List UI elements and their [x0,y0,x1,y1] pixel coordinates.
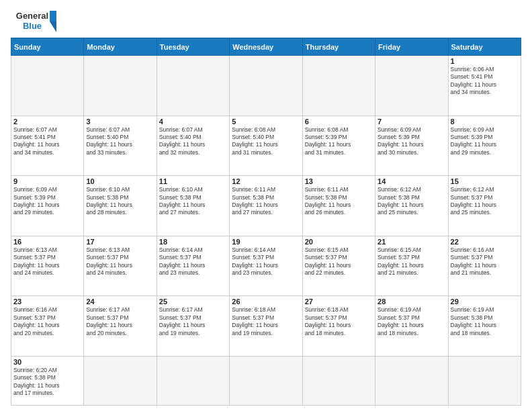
day-number: 26 [232,298,300,306]
day-info: Sunrise: 6:09 AM Sunset: 5:39 PM Dayligh… [451,126,519,157]
day-number: 13 [305,177,373,185]
calendar-week-2: 2Sunrise: 6:07 AM Sunset: 5:41 PM Daylig… [11,116,521,176]
day-number: 11 [159,177,227,185]
day-number: 5 [232,118,300,126]
calendar-cell: 22Sunrise: 6:16 AM Sunset: 5:37 PM Dayli… [448,236,521,296]
calendar-cell [375,56,448,116]
day-info: Sunrise: 6:08 AM Sunset: 5:39 PM Dayligh… [305,126,373,157]
calendar-cell: 2Sunrise: 6:07 AM Sunset: 5:41 PM Daylig… [11,116,84,176]
weekday-col-friday: Friday [375,38,448,56]
day-info: Sunrise: 6:17 AM Sunset: 5:37 PM Dayligh… [86,306,154,337]
day-number: 23 [13,298,81,306]
calendar-cell [84,356,157,405]
calendar-cell [375,356,448,405]
calendar-cell: 18Sunrise: 6:14 AM Sunset: 5:37 PM Dayli… [157,236,229,296]
day-info: Sunrise: 6:11 AM Sunset: 5:38 PM Dayligh… [305,186,373,217]
svg-text:Blue: Blue [23,21,42,31]
calendar-cell: 19Sunrise: 6:14 AM Sunset: 5:37 PM Dayli… [230,236,302,296]
calendar-cell: 26Sunrise: 6:18 AM Sunset: 5:37 PM Dayli… [230,296,302,357]
weekday-col-saturday: Saturday [448,38,521,56]
weekday-col-monday: Monday [84,38,157,56]
day-info: Sunrise: 6:15 AM Sunset: 5:37 PM Dayligh… [378,246,445,277]
calendar-cell [230,56,302,116]
calendar-cell: 6Sunrise: 6:08 AM Sunset: 5:39 PM Daylig… [302,116,375,176]
calendar-cell [11,56,84,116]
calendar-cell: 30Sunrise: 6:20 AM Sunset: 5:38 PM Dayli… [11,356,84,405]
day-info: Sunrise: 6:15 AM Sunset: 5:37 PM Dayligh… [305,246,373,277]
day-number: 19 [232,238,300,246]
day-number: 8 [451,118,519,126]
day-info: Sunrise: 6:12 AM Sunset: 5:37 PM Dayligh… [451,186,519,217]
day-info: Sunrise: 6:09 AM Sunset: 5:39 PM Dayligh… [378,126,445,157]
day-number: 18 [159,238,227,246]
calendar-cell: 27Sunrise: 6:18 AM Sunset: 5:37 PM Dayli… [302,296,375,357]
day-number: 14 [378,177,445,185]
calendar-cell: 12Sunrise: 6:11 AM Sunset: 5:38 PM Dayli… [230,176,302,236]
weekday-col-thursday: Thursday [302,38,375,56]
day-info: Sunrise: 6:18 AM Sunset: 5:37 PM Dayligh… [305,306,373,337]
day-number: 22 [451,238,519,246]
calendar-week-6: 30Sunrise: 6:20 AM Sunset: 5:38 PM Dayli… [11,356,521,405]
day-info: Sunrise: 6:14 AM Sunset: 5:37 PM Dayligh… [159,246,227,277]
day-info: Sunrise: 6:13 AM Sunset: 5:37 PM Dayligh… [86,246,154,277]
weekday-col-tuesday: Tuesday [157,38,229,56]
calendar-cell [84,56,157,116]
calendar-cell: 14Sunrise: 6:12 AM Sunset: 5:38 PM Dayli… [375,176,448,236]
calendar-cell: 4Sunrise: 6:07 AM Sunset: 5:40 PM Daylig… [157,116,229,176]
day-info: Sunrise: 6:08 AM Sunset: 5:40 PM Dayligh… [232,126,300,157]
calendar-cell: 11Sunrise: 6:10 AM Sunset: 5:38 PM Dayli… [157,176,229,236]
calendar-cell: 13Sunrise: 6:11 AM Sunset: 5:38 PM Dayli… [302,176,375,236]
day-number: 16 [13,238,81,246]
header: General Blue [11,8,521,34]
calendar-cell: 28Sunrise: 6:19 AM Sunset: 5:37 PM Dayli… [375,296,448,357]
day-number: 3 [86,118,154,126]
day-number: 25 [159,298,227,306]
calendar-cell: 9Sunrise: 6:09 AM Sunset: 5:39 PM Daylig… [11,176,84,236]
calendar-cell: 1Sunrise: 6:06 AM Sunset: 5:41 PM Daylig… [448,56,521,116]
calendar-cell [448,356,521,405]
day-number: 27 [305,298,373,306]
calendar-week-3: 9Sunrise: 6:09 AM Sunset: 5:39 PM Daylig… [11,176,521,236]
calendar-week-4: 16Sunrise: 6:13 AM Sunset: 5:37 PM Dayli… [11,236,521,296]
calendar-cell: 21Sunrise: 6:15 AM Sunset: 5:37 PM Dayli… [375,236,448,296]
svg-marker-3 [50,21,56,32]
day-number: 12 [232,177,300,185]
day-number: 10 [86,177,154,185]
day-number: 24 [86,298,154,306]
calendar-cell [302,56,375,116]
day-info: Sunrise: 6:19 AM Sunset: 5:38 PM Dayligh… [451,306,519,337]
calendar-cell: 5Sunrise: 6:08 AM Sunset: 5:40 PM Daylig… [230,116,302,176]
day-number: 30 [13,358,81,366]
day-number: 6 [305,118,373,126]
day-info: Sunrise: 6:12 AM Sunset: 5:38 PM Dayligh… [378,186,445,217]
weekday-col-sunday: Sunday [11,38,84,56]
calendar-cell: 29Sunrise: 6:19 AM Sunset: 5:38 PM Dayli… [448,296,521,357]
day-number: 21 [378,238,445,246]
calendar-cell: 3Sunrise: 6:07 AM Sunset: 5:40 PM Daylig… [84,116,157,176]
day-info: Sunrise: 6:07 AM Sunset: 5:40 PM Dayligh… [86,126,154,157]
day-info: Sunrise: 6:13 AM Sunset: 5:37 PM Dayligh… [13,246,81,277]
day-number: 29 [451,298,519,306]
calendar-cell: 15Sunrise: 6:12 AM Sunset: 5:37 PM Dayli… [448,176,521,236]
logo: General Blue [11,8,58,34]
day-info: Sunrise: 6:16 AM Sunset: 5:37 PM Dayligh… [13,306,81,337]
day-info: Sunrise: 6:10 AM Sunset: 5:38 PM Dayligh… [159,186,227,217]
weekday-col-wednesday: Wednesday [230,38,302,56]
calendar-table: SundayMondayTuesdayWednesdayThursdayFrid… [11,38,521,406]
day-number: 7 [378,118,445,126]
day-info: Sunrise: 6:19 AM Sunset: 5:37 PM Dayligh… [378,306,445,337]
day-number: 9 [13,177,81,185]
svg-marker-2 [50,11,56,21]
calendar-cell: 16Sunrise: 6:13 AM Sunset: 5:37 PM Dayli… [11,236,84,296]
calendar-cell: 23Sunrise: 6:16 AM Sunset: 5:37 PM Dayli… [11,296,84,357]
calendar-cell [157,56,229,116]
day-info: Sunrise: 6:18 AM Sunset: 5:37 PM Dayligh… [232,306,300,337]
day-info: Sunrise: 6:20 AM Sunset: 5:38 PM Dayligh… [13,367,81,398]
day-info: Sunrise: 6:07 AM Sunset: 5:40 PM Dayligh… [159,126,227,157]
calendar-body: 1Sunrise: 6:06 AM Sunset: 5:41 PM Daylig… [11,56,521,406]
day-info: Sunrise: 6:17 AM Sunset: 5:37 PM Dayligh… [159,306,227,337]
day-info: Sunrise: 6:16 AM Sunset: 5:37 PM Dayligh… [451,246,519,277]
day-number: 2 [13,118,81,126]
logo-svg: General Blue [11,8,58,34]
calendar-cell: 25Sunrise: 6:17 AM Sunset: 5:37 PM Dayli… [157,296,229,357]
